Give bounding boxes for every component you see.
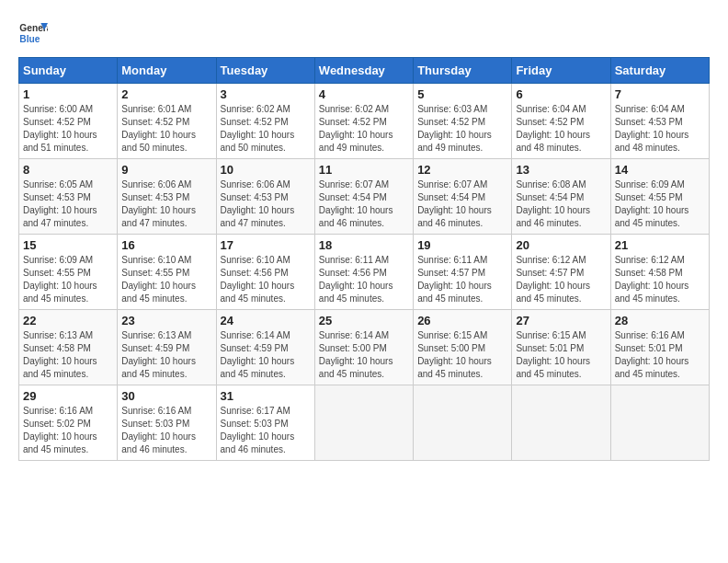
calendar-cell: 16 Sunrise: 6:10 AMSunset: 4:55 PMDaylig… bbox=[118, 235, 216, 310]
day-number: 14 bbox=[615, 163, 705, 177]
weekday-header: Saturday bbox=[610, 58, 709, 84]
day-number: 8 bbox=[23, 163, 113, 177]
calendar-week-row: 15 Sunrise: 6:09 AMSunset: 4:55 PMDaylig… bbox=[19, 235, 710, 310]
weekday-header: Sunday bbox=[19, 58, 118, 84]
calendar-cell: 8 Sunrise: 6:05 AMSunset: 4:53 PMDayligh… bbox=[19, 159, 118, 235]
weekday-header: Monday bbox=[118, 58, 216, 84]
day-info: Sunrise: 6:16 AMSunset: 5:01 PMDaylight:… bbox=[615, 329, 705, 381]
day-number: 12 bbox=[417, 163, 507, 177]
calendar-cell: 22 Sunrise: 6:13 AMSunset: 4:58 PMDaylig… bbox=[19, 310, 118, 385]
weekday-header: Tuesday bbox=[216, 58, 314, 84]
calendar-cell: 29 Sunrise: 6:16 AMSunset: 5:02 PMDaylig… bbox=[19, 385, 118, 461]
calendar-week-row: 8 Sunrise: 6:05 AMSunset: 4:53 PMDayligh… bbox=[19, 159, 710, 235]
calendar-week-row: 22 Sunrise: 6:13 AMSunset: 4:58 PMDaylig… bbox=[19, 310, 710, 385]
calendar-cell: 28 Sunrise: 6:16 AMSunset: 5:01 PMDaylig… bbox=[610, 310, 709, 385]
calendar-cell: 2 Sunrise: 6:01 AMSunset: 4:52 PMDayligh… bbox=[118, 84, 216, 159]
calendar-cell: 3 Sunrise: 6:02 AMSunset: 4:52 PMDayligh… bbox=[216, 84, 314, 159]
calendar-cell bbox=[314, 385, 413, 461]
calendar-cell: 7 Sunrise: 6:04 AMSunset: 4:53 PMDayligh… bbox=[610, 84, 709, 159]
day-number: 5 bbox=[417, 87, 507, 101]
day-info: Sunrise: 6:14 AMSunset: 5:00 PMDaylight:… bbox=[319, 329, 409, 381]
calendar-cell: 20 Sunrise: 6:12 AMSunset: 4:57 PMDaylig… bbox=[512, 235, 610, 310]
calendar-cell bbox=[610, 385, 709, 461]
calendar-cell: 13 Sunrise: 6:08 AMSunset: 4:54 PMDaylig… bbox=[512, 159, 610, 235]
day-number: 23 bbox=[121, 314, 211, 327]
calendar-cell: 27 Sunrise: 6:15 AMSunset: 5:01 PMDaylig… bbox=[512, 310, 610, 385]
day-number: 18 bbox=[319, 238, 409, 252]
day-info: Sunrise: 6:13 AMSunset: 4:59 PMDaylight:… bbox=[121, 329, 211, 381]
day-number: 13 bbox=[516, 163, 606, 177]
day-info: Sunrise: 6:04 AMSunset: 4:53 PMDaylight:… bbox=[615, 103, 705, 155]
day-number: 31 bbox=[221, 389, 311, 403]
day-info: Sunrise: 6:16 AMSunset: 5:02 PMDaylight:… bbox=[23, 405, 113, 456]
day-number: 19 bbox=[417, 238, 507, 252]
calendar-cell: 30 Sunrise: 6:16 AMSunset: 5:03 PMDaylig… bbox=[118, 385, 216, 461]
day-number: 7 bbox=[615, 87, 705, 101]
day-number: 25 bbox=[319, 314, 409, 327]
day-info: Sunrise: 6:07 AMSunset: 4:54 PMDaylight:… bbox=[417, 178, 507, 230]
day-number: 3 bbox=[221, 87, 311, 101]
day-info: Sunrise: 6:02 AMSunset: 4:52 PMDaylight:… bbox=[319, 103, 409, 155]
day-info: Sunrise: 6:10 AMSunset: 4:55 PMDaylight:… bbox=[121, 254, 211, 305]
calendar-cell bbox=[512, 385, 610, 461]
day-info: Sunrise: 6:15 AMSunset: 5:00 PMDaylight:… bbox=[417, 329, 507, 381]
calendar-cell: 17 Sunrise: 6:10 AMSunset: 4:56 PMDaylig… bbox=[216, 235, 314, 310]
day-number: 6 bbox=[516, 87, 606, 101]
day-info: Sunrise: 6:02 AMSunset: 4:52 PMDaylight:… bbox=[221, 103, 311, 155]
calendar-cell: 24 Sunrise: 6:14 AMSunset: 4:59 PMDaylig… bbox=[216, 310, 314, 385]
calendar-cell: 23 Sunrise: 6:13 AMSunset: 4:59 PMDaylig… bbox=[118, 310, 216, 385]
calendar-cell: 18 Sunrise: 6:11 AMSunset: 4:56 PMDaylig… bbox=[314, 235, 413, 310]
calendar-cell: 11 Sunrise: 6:07 AMSunset: 4:54 PMDaylig… bbox=[314, 159, 413, 235]
page-header: General Blue bbox=[18, 18, 710, 48]
calendar-week-row: 29 Sunrise: 6:16 AMSunset: 5:02 PMDaylig… bbox=[19, 385, 710, 461]
calendar-cell: 15 Sunrise: 6:09 AMSunset: 4:55 PMDaylig… bbox=[19, 235, 118, 310]
calendar-cell: 14 Sunrise: 6:09 AMSunset: 4:55 PMDaylig… bbox=[610, 159, 709, 235]
calendar-cell: 6 Sunrise: 6:04 AMSunset: 4:52 PMDayligh… bbox=[512, 84, 610, 159]
day-info: Sunrise: 6:12 AMSunset: 4:57 PMDaylight:… bbox=[516, 254, 606, 305]
day-info: Sunrise: 6:09 AMSunset: 4:55 PMDaylight:… bbox=[23, 254, 113, 305]
day-info: Sunrise: 6:17 AMSunset: 5:03 PMDaylight:… bbox=[221, 405, 311, 456]
day-number: 29 bbox=[23, 389, 113, 403]
calendar-body: 1 Sunrise: 6:00 AMSunset: 4:52 PMDayligh… bbox=[19, 84, 710, 461]
day-info: Sunrise: 6:03 AMSunset: 4:52 PMDaylight:… bbox=[417, 103, 507, 155]
day-info: Sunrise: 6:10 AMSunset: 4:56 PMDaylight:… bbox=[221, 254, 311, 305]
day-info: Sunrise: 6:14 AMSunset: 4:59 PMDaylight:… bbox=[221, 329, 311, 381]
day-info: Sunrise: 6:12 AMSunset: 4:58 PMDaylight:… bbox=[615, 254, 705, 305]
day-number: 20 bbox=[516, 238, 606, 252]
svg-text:Blue: Blue bbox=[19, 34, 40, 44]
calendar-cell: 4 Sunrise: 6:02 AMSunset: 4:52 PMDayligh… bbox=[314, 84, 413, 159]
calendar-cell: 1 Sunrise: 6:00 AMSunset: 4:52 PMDayligh… bbox=[19, 84, 118, 159]
day-info: Sunrise: 6:15 AMSunset: 5:01 PMDaylight:… bbox=[516, 329, 606, 381]
calendar-cell: 26 Sunrise: 6:15 AMSunset: 5:00 PMDaylig… bbox=[414, 310, 512, 385]
day-info: Sunrise: 6:11 AMSunset: 4:56 PMDaylight:… bbox=[319, 254, 409, 305]
calendar-cell: 19 Sunrise: 6:11 AMSunset: 4:57 PMDaylig… bbox=[414, 235, 512, 310]
day-number: 1 bbox=[23, 87, 113, 101]
weekday-header: Friday bbox=[512, 58, 610, 84]
day-number: 10 bbox=[221, 163, 311, 177]
day-info: Sunrise: 6:16 AMSunset: 5:03 PMDaylight:… bbox=[121, 405, 211, 456]
calendar-cell: 31 Sunrise: 6:17 AMSunset: 5:03 PMDaylig… bbox=[216, 385, 314, 461]
day-number: 24 bbox=[221, 314, 311, 327]
logo-icon: General Blue bbox=[18, 18, 48, 48]
day-number: 17 bbox=[221, 238, 311, 252]
day-info: Sunrise: 6:05 AMSunset: 4:53 PMDaylight:… bbox=[23, 178, 113, 230]
day-number: 2 bbox=[121, 87, 211, 101]
calendar-cell bbox=[414, 385, 512, 461]
day-number: 9 bbox=[121, 163, 211, 177]
day-info: Sunrise: 6:06 AMSunset: 4:53 PMDaylight:… bbox=[221, 178, 311, 230]
calendar-cell: 25 Sunrise: 6:14 AMSunset: 5:00 PMDaylig… bbox=[314, 310, 413, 385]
day-info: Sunrise: 6:01 AMSunset: 4:52 PMDaylight:… bbox=[121, 103, 211, 155]
day-info: Sunrise: 6:07 AMSunset: 4:54 PMDaylight:… bbox=[319, 178, 409, 230]
weekday-header: Thursday bbox=[414, 58, 512, 84]
calendar-table: SundayMondayTuesdayWednesdayThursdayFrid… bbox=[18, 57, 710, 461]
calendar-week-row: 1 Sunrise: 6:00 AMSunset: 4:52 PMDayligh… bbox=[19, 84, 710, 159]
calendar-header: SundayMondayTuesdayWednesdayThursdayFrid… bbox=[19, 58, 710, 84]
day-info: Sunrise: 6:09 AMSunset: 4:55 PMDaylight:… bbox=[615, 178, 705, 230]
day-info: Sunrise: 6:08 AMSunset: 4:54 PMDaylight:… bbox=[516, 178, 606, 230]
day-number: 28 bbox=[615, 314, 705, 327]
day-number: 16 bbox=[121, 238, 211, 252]
day-info: Sunrise: 6:00 AMSunset: 4:52 PMDaylight:… bbox=[23, 103, 113, 155]
calendar-cell: 9 Sunrise: 6:06 AMSunset: 4:53 PMDayligh… bbox=[118, 159, 216, 235]
day-number: 4 bbox=[319, 87, 409, 101]
day-number: 21 bbox=[615, 238, 705, 252]
